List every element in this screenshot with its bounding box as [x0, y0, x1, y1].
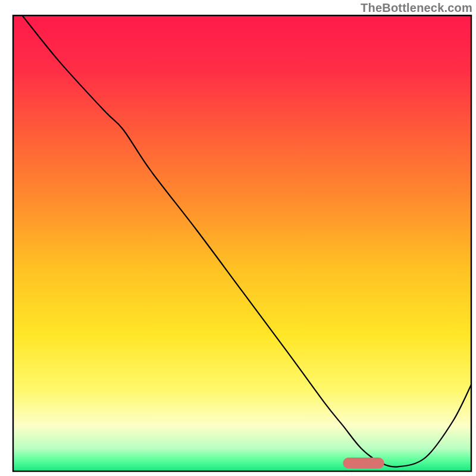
optimal-range-marker: [343, 458, 384, 468]
watermark-source: TheBottleneck.com: [361, 1, 472, 15]
heat-gradient-background: [13, 15, 471, 471]
bottleneck-chart: [0, 0, 476, 476]
chart-container: TheBottleneck.com: [0, 0, 476, 476]
